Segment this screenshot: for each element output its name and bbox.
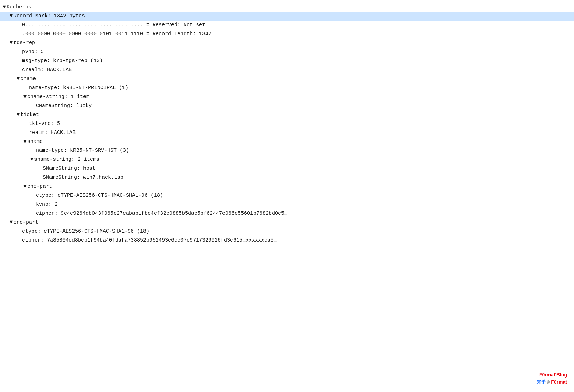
tree-label: tkt-vno: 5 [29, 120, 60, 128]
tree-row: SNameString: host [0, 164, 574, 173]
tree-label: cipher: 9c4e9264db043f965e27eabab1fbe4cf… [36, 209, 287, 218]
tree-toggle[interactable]: ▼ [17, 111, 20, 119]
tree-row: pvno: 5 [0, 48, 574, 57]
watermark-at: @ [547, 380, 550, 385]
tree-label: kvno: 2 [36, 200, 58, 209]
tree-label: etype: eTYPE-AES256-CTS-HMAC-SHA1-96 (18… [36, 192, 163, 200]
tree-label: cname-string: 1 item [27, 93, 89, 101]
tree-row: etype: eTYPE-AES256-CTS-HMAC-SHA1-96 (18… [0, 191, 574, 200]
tree-label: 0... .... .... .... .... .... .... .... … [22, 21, 205, 29]
tree-label: realm: HACK.LAB [29, 129, 76, 137]
watermark-blog: F0rmat'Blog [539, 372, 567, 378]
tree-row: 0... .... .... .... .... .... .... .... … [0, 21, 574, 30]
tree-row[interactable]: ▼ sname-string: 2 items [0, 155, 574, 164]
tree-row[interactable]: ▼ cname [0, 75, 574, 84]
tree-label: cname [20, 75, 36, 83]
tree-label: msg-type: krb-tgs-rep (13) [22, 57, 103, 65]
tree-row: msg-type: krb-tgs-rep (13) [0, 57, 574, 66]
watermark: F0rmat'Blog 知乎 @ F0rmat [537, 372, 567, 385]
watermark-name: F0rmat [551, 379, 567, 385]
tree-label: enc-part [27, 183, 52, 191]
tree-label: sname [27, 138, 43, 146]
tree-row: name-type: kRB5-NT-PRINCIPAL (1) [0, 84, 574, 92]
tree-row[interactable]: ▼ sname [0, 137, 574, 146]
tree-row: cipher: 7a85804cd8bcb1f94ba40fdafa738852… [0, 236, 574, 245]
tree-row: name-type: kRB5-NT-SRV-HST (3) [0, 146, 574, 155]
tree-toggle[interactable]: ▼ [23, 93, 27, 101]
tree-label: CNameString: lucky [36, 102, 92, 110]
tree-row[interactable]: ▼ ticket [0, 110, 574, 119]
tree-toggle[interactable]: ▼ [10, 12, 13, 20]
tree-toggle[interactable]: ▼ [23, 138, 27, 146]
tree-label: sname-string: 2 items [34, 156, 99, 164]
tree-toggle[interactable]: ▼ [10, 218, 13, 227]
tree-toggle[interactable]: ▼ [17, 75, 20, 83]
tree-toggle[interactable]: ▼ [10, 39, 13, 47]
kerberos-tree: ▼ Kerberos▼ Record Mark: 1342 bytes0... … [0, 0, 574, 248]
tree-row: .000 0000 0000 0000 0000 0101 0011 1110 … [0, 30, 574, 39]
tree-label: ticket [20, 111, 39, 119]
tree-row: cipher: 9c4e9264db043f965e27eabab1fbe4cf… [0, 209, 574, 218]
tree-row[interactable]: ▼ Kerberos [0, 3, 574, 12]
tree-label: etype: eTYPE-AES256-CTS-HMAC-SHA1-96 (18… [22, 227, 149, 236]
tree-row: crealm: HACK.LAB [0, 66, 574, 75]
tree-row[interactable]: ▼ Record Mark: 1342 bytes [0, 12, 574, 21]
tree-row[interactable]: ▼ enc-part [0, 182, 574, 191]
tree-row: realm: HACK.LAB [0, 128, 574, 137]
tree-row[interactable]: ▼ enc-part [0, 218, 574, 227]
tree-label: crealm: HACK.LAB [22, 66, 72, 74]
tree-row[interactable]: ▼ tgs-rep [0, 39, 574, 48]
tree-toggle[interactable]: ▼ [30, 156, 33, 164]
tree-label: cipher: 7a85804cd8bcb1f94ba40fdafa738852… [22, 236, 277, 245]
tree-row: tkt-vno: 5 [0, 119, 574, 128]
tree-label: enc-part [13, 218, 38, 227]
tree-label: tgs-rep [13, 39, 35, 47]
tree-row: CNameString: lucky [0, 101, 574, 110]
tree-toggle[interactable]: ▼ [3, 3, 6, 11]
tree-label: SNameString: win7.hack.lab [43, 174, 123, 182]
watermark-zhihu: 知乎 [537, 379, 546, 385]
tree-row: kvno: 2 [0, 200, 574, 209]
tree-label: name-type: kRB5-NT-SRV-HST (3) [36, 147, 129, 155]
tree-label: Kerberos [7, 3, 31, 11]
tree-label: name-type: kRB5-NT-PRINCIPAL (1) [29, 84, 128, 92]
tree-label: Record Mark: 1342 bytes [13, 12, 85, 20]
tree-label: SNameString: host [43, 165, 96, 173]
tree-toggle[interactable]: ▼ [23, 183, 27, 191]
tree-row: SNameString: win7.hack.lab [0, 173, 574, 182]
tree-row[interactable]: ▼ cname-string: 1 item [0, 92, 574, 101]
tree-label: .000 0000 0000 0000 0000 0101 0011 1110 … [22, 30, 211, 38]
tree-label: pvno: 5 [22, 48, 44, 56]
tree-row: etype: eTYPE-AES256-CTS-HMAC-SHA1-96 (18… [0, 227, 574, 236]
